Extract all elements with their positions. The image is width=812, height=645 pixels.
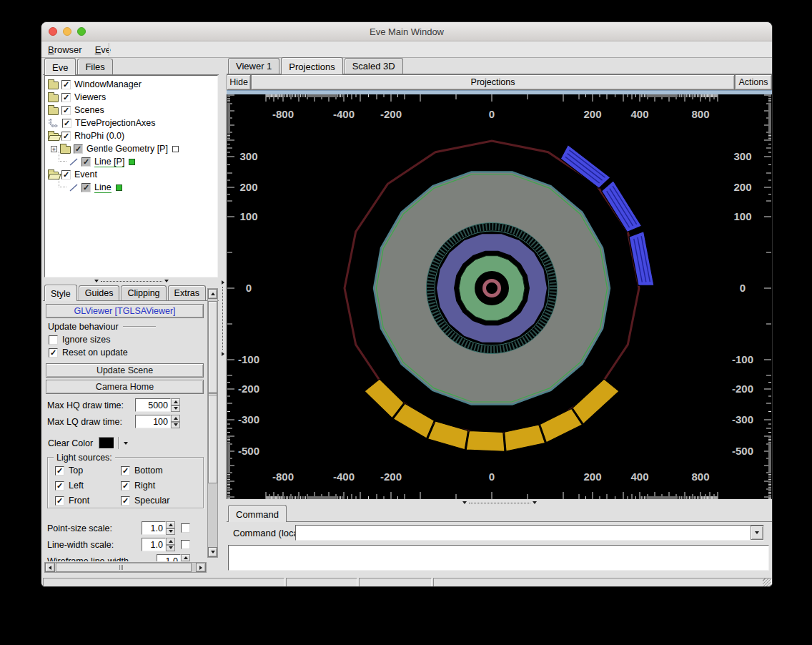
gl-viewport[interactable]: -800-800-400-400-200-2000020020040040080… [227, 94, 772, 499]
tab-viewer-1[interactable]: Viewer 1 [228, 58, 279, 74]
tree-checkbox[interactable]: ✓ [61, 93, 71, 102]
checkbox-reset-on-update[interactable]: ✓ [49, 348, 58, 358]
command-input[interactable] [296, 526, 751, 540]
checkbox-ignore-sizes[interactable] [49, 335, 58, 345]
spinbox-line-width-scale[interactable]: 1.0 [142, 538, 175, 551]
tree-item-viewers[interactable]: ✓Viewers [45, 91, 217, 104]
spin-up-button[interactable] [171, 398, 180, 405]
menu-eve[interactable]: Eve [89, 42, 117, 57]
spin-value[interactable]: 1.0 [142, 521, 166, 535]
hide-button[interactable]: Hide [227, 74, 251, 90]
glviewer-button[interactable]: GLViewer [TGLSAViewer] [46, 304, 204, 318]
spin-down-button[interactable] [171, 405, 180, 413]
tab-style[interactable]: Style [44, 285, 77, 302]
style-hscrollbar[interactable] [44, 562, 207, 573]
style-vscrollbar[interactable] [207, 288, 218, 558]
arrow-down-icon [169, 546, 173, 549]
actions-button[interactable]: Actions [735, 74, 772, 90]
tab-clipping[interactable]: Clipping [121, 285, 166, 301]
spin-value[interactable]: 1.0 [142, 538, 166, 551]
command-combobox[interactable] [295, 525, 764, 541]
tab-scaled-3d[interactable]: Scaled 3D [345, 58, 403, 74]
checkbox-left[interactable]: ✓ [55, 481, 64, 491]
extra-checkbox[interactable] [181, 540, 190, 549]
tree-item-gentle-geometry-p[interactable]: +✓Gentle Geometry [P] [45, 142, 217, 155]
tree-item-teveprojectionaxes[interactable]: ✓TEveProjectionAxes [45, 117, 217, 129]
extra-checkbox[interactable] [181, 523, 190, 533]
tree-checkbox[interactable]: ✓ [74, 144, 83, 154]
tree-item-windowmanager[interactable]: ✓WindowManager [45, 78, 217, 91]
light-label: Bottom [134, 466, 163, 476]
expand-icon[interactable]: + [51, 146, 57, 152]
spin-up-button[interactable] [181, 554, 190, 561]
tab-command[interactable]: Command [228, 505, 287, 522]
spin-up-button[interactable] [166, 538, 175, 545]
checkbox-front[interactable]: ✓ [55, 496, 64, 506]
white-square-icon [172, 146, 179, 152]
spin-down-button[interactable] [166, 545, 175, 552]
command-dropdown-button[interactable] [751, 526, 763, 540]
checkbox-right[interactable]: ✓ [121, 481, 130, 491]
tree-checkbox[interactable]: ✓ [61, 132, 71, 141]
menubar-divider [109, 43, 110, 56]
arrow-up-icon [174, 417, 178, 420]
scroll-up-button[interactable] [208, 289, 217, 299]
axis-label: -100 [238, 353, 259, 365]
tree-checkbox[interactable]: ✓ [61, 106, 71, 115]
tree-checkbox[interactable]: ✓ [62, 119, 71, 128]
tab-files[interactable]: Files [77, 59, 112, 74]
checkbox-bottom[interactable]: ✓ [121, 466, 130, 476]
tree-item-line-p[interactable]: ✓Line [P] [45, 155, 217, 168]
light-sources-group: Light sources: ✓Top✓Bottom✓Left✓Right✓Fr… [47, 457, 204, 508]
tab-eve[interactable]: Eve [44, 58, 76, 75]
spin-value[interactable]: 5000 [135, 398, 171, 412]
tree-checkbox[interactable]: ✓ [61, 80, 71, 89]
viewer-title[interactable]: Projections [251, 74, 735, 90]
tree-item-scenes[interactable]: ✓Scenes [45, 104, 217, 117]
check-reset-on-update: ✓Reset on update [49, 346, 199, 359]
command-output[interactable] [228, 545, 769, 571]
camera-home-button[interactable]: Camera Home [46, 380, 204, 394]
spin-value[interactable]: 100 [135, 415, 171, 428]
tab-extras[interactable]: Extras [168, 285, 206, 301]
spin-down-button[interactable] [181, 561, 190, 562]
scroll-right-button[interactable] [196, 563, 206, 572]
titlebar[interactable]: Eve Main Window [41, 22, 772, 41]
checkbox-specular[interactable]: ✓ [121, 496, 130, 506]
hscroll-thumb[interactable] [56, 563, 192, 572]
spinbox-max-hq-draw-time[interactable]: 5000 [135, 398, 180, 412]
clear-color-row: Clear Color [48, 437, 131, 449]
tree-item-rhophi-0-0[interactable]: ✓RhoPhi (0.0) [45, 129, 217, 142]
light-sources-title: Light sources: [54, 453, 115, 463]
scroll-left-button[interactable] [45, 563, 55, 572]
spinbox-max-lq-draw-time[interactable]: 100 [135, 415, 180, 428]
projection-svg[interactable]: -800-800-400-400-200-2000020020040040080… [227, 94, 772, 499]
tree-item-event[interactable]: ✓Event [45, 168, 217, 181]
spin-down-button[interactable] [166, 528, 175, 536]
clear-color-swatch[interactable] [99, 437, 114, 449]
menu-browser[interactable]: Browser [41, 42, 89, 57]
spin-up-button[interactable] [171, 415, 180, 422]
tree-item-line[interactable]: ✓Line [45, 181, 217, 194]
splitter-dots [469, 503, 530, 503]
spinbox-point-size-scale[interactable]: 1.0 [142, 521, 175, 535]
scroll-down-button[interactable] [208, 547, 217, 557]
tree-checkbox[interactable]: ✓ [81, 183, 91, 192]
tab-projections[interactable]: Projections [281, 57, 342, 74]
vscroll-thumb[interactable] [208, 301, 217, 483]
viewer-command-splitter[interactable] [227, 499, 772, 506]
spin-up-button[interactable] [166, 521, 175, 528]
spin-value[interactable]: 1.0 [157, 554, 181, 561]
tree-style-splitter[interactable] [44, 277, 218, 285]
spin-down-button[interactable] [171, 422, 180, 429]
panel-viewer-splitter[interactable] [219, 59, 226, 577]
spinbox-wireframe-line-width[interactable]: 1.0 [157, 554, 190, 561]
checkbox-top[interactable]: ✓ [55, 466, 64, 476]
tree-checkbox[interactable]: ✓ [81, 157, 91, 167]
light-label: Specular [134, 496, 169, 506]
clear-color-dropdown[interactable] [121, 437, 131, 449]
tab-guides[interactable]: Guides [79, 285, 120, 301]
update-scene-button[interactable]: Update Scene [46, 363, 204, 378]
resize-grip[interactable] [763, 578, 771, 586]
axis-label: 400 [630, 108, 648, 120]
